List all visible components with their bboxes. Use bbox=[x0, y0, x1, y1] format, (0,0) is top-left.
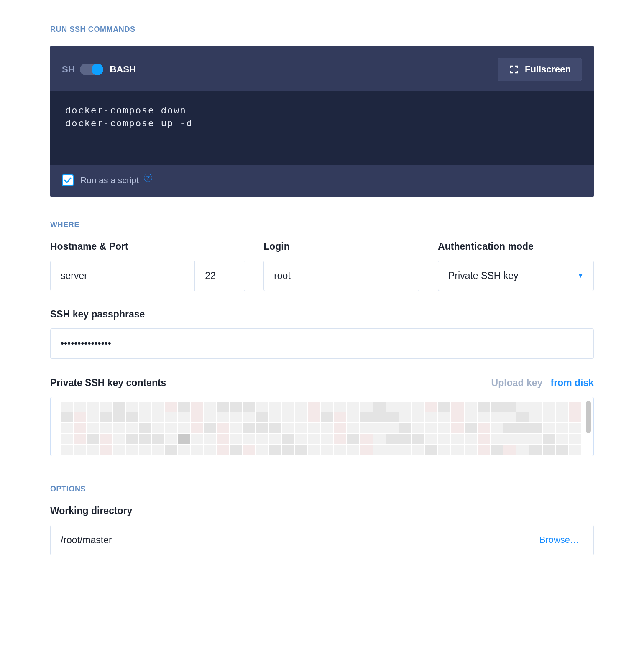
login-label: Login bbox=[263, 241, 419, 252]
section-title: OPTIONS bbox=[50, 485, 86, 494]
passphrase-label: SSH key passphrase bbox=[50, 309, 594, 320]
hostname-port-field: Hostname & Port bbox=[50, 241, 245, 291]
ssh-key-field: Private SSH key contents Upload key from… bbox=[50, 377, 594, 456]
scrollbar-thumb[interactable] bbox=[586, 401, 591, 433]
browse-button[interactable]: Browse… bbox=[525, 525, 593, 555]
ssh-editor-panel: SH BASH Fullscreen docker-compose down d… bbox=[50, 46, 594, 197]
working-directory-input[interactable] bbox=[51, 525, 525, 555]
section-title: WHERE bbox=[50, 220, 79, 229]
login-input[interactable] bbox=[263, 261, 419, 291]
hostname-port-input-wrap bbox=[50, 261, 245, 291]
upload-prefix: Upload key bbox=[491, 377, 543, 388]
help-icon[interactable]: ? bbox=[144, 174, 152, 182]
editor-footer: Run as a script ? bbox=[50, 165, 594, 197]
auth-mode-value[interactable] bbox=[438, 261, 594, 291]
working-directory-input-wrap: Browse… bbox=[50, 525, 594, 555]
port-input[interactable] bbox=[194, 261, 245, 291]
ssh-commands-editor[interactable]: docker-compose down docker-compose up -d bbox=[50, 91, 594, 165]
run-as-script-label: Run as a script bbox=[80, 175, 139, 185]
section-rule bbox=[88, 225, 594, 225]
editor-toolbar: SH BASH Fullscreen bbox=[50, 46, 594, 84]
upload-key-hint: Upload key from disk bbox=[491, 377, 594, 389]
section-rule bbox=[94, 489, 594, 489]
bash-label: BASH bbox=[110, 64, 136, 75]
hostname-input[interactable] bbox=[51, 261, 194, 291]
working-directory-field: Working directory Browse… bbox=[50, 505, 594, 555]
passphrase-input[interactable] bbox=[50, 328, 594, 359]
passphrase-field: SSH key passphrase bbox=[50, 309, 594, 359]
shell-mode-toggle[interactable]: SH BASH bbox=[62, 64, 136, 75]
toggle-thumb bbox=[92, 64, 103, 75]
login-field: Login bbox=[263, 241, 419, 291]
section-title: RUN SSH COMMANDS bbox=[50, 25, 135, 34]
auth-mode-label: Authentication mode bbox=[438, 241, 594, 252]
hostname-port-label: Hostname & Port bbox=[50, 241, 245, 252]
upload-from-disk-link[interactable]: from disk bbox=[550, 377, 594, 388]
ssh-key-label: Private SSH key contents bbox=[50, 377, 166, 389]
where-row-1: Hostname & Port Login Authentication mod… bbox=[50, 241, 594, 291]
toggle-track[interactable] bbox=[80, 64, 102, 75]
run-as-script-checkbox[interactable] bbox=[62, 174, 74, 186]
working-directory-label: Working directory bbox=[50, 505, 594, 517]
fullscreen-label: Fullscreen bbox=[525, 64, 571, 75]
ssh-key-redacted-content bbox=[61, 402, 581, 452]
fullscreen-icon bbox=[509, 64, 519, 74]
fullscreen-button[interactable]: Fullscreen bbox=[498, 58, 582, 81]
auth-mode-select[interactable]: ▼ bbox=[438, 261, 594, 291]
ssh-key-textarea[interactable] bbox=[50, 397, 594, 456]
section-header-options: OPTIONS bbox=[50, 485, 594, 494]
auth-mode-field: Authentication mode ▼ bbox=[438, 241, 594, 291]
sh-label: SH bbox=[62, 64, 75, 75]
section-header-where: WHERE bbox=[50, 220, 594, 229]
section-header-run-ssh: RUN SSH COMMANDS bbox=[50, 25, 594, 34]
